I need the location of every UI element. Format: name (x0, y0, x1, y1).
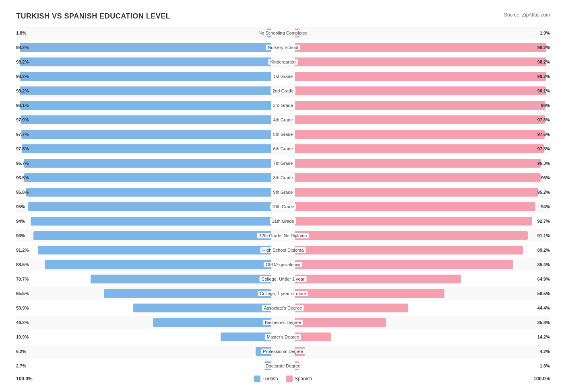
turkish-value: 97.7% (16, 132, 29, 137)
turkish-bar (33, 231, 272, 240)
right-section: 58.5% (294, 287, 550, 300)
turkish-value: 91.2% (16, 248, 29, 252)
right-section: 91.1% (294, 229, 550, 242)
spanish-value: 89.2% (537, 248, 550, 252)
spanish-value: 4.2% (540, 349, 550, 354)
right-section: 97.3% (294, 142, 550, 155)
right-section: 35.8% (294, 316, 550, 329)
spanish-bar (295, 43, 546, 52)
left-section: 53.9% (16, 302, 272, 314)
bar-row: 1.8%No Schooling Completed1.9% (16, 27, 550, 39)
turkish-bar (91, 275, 272, 283)
left-section: 98.2% (16, 84, 272, 97)
left-section: 94% (16, 215, 272, 228)
turkish-value: 95% (16, 204, 25, 209)
left-section: 98.1% (16, 99, 272, 112)
right-section: 44.4% (294, 302, 550, 314)
turkish-bar (20, 43, 271, 52)
left-section: 1.8% (16, 27, 272, 39)
spanish-bar (295, 217, 532, 226)
spanish-bar (295, 318, 386, 327)
right-section: 85.4% (294, 258, 550, 271)
bar-row: 97.9%4th Grade97.8% (16, 113, 550, 126)
left-section: 95% (16, 200, 272, 213)
right-section: 97.6% (294, 128, 550, 141)
left-section: 88.5% (16, 258, 272, 271)
turkish-value: 53.9% (16, 306, 29, 310)
bar-row: 95%10th Grade94% (16, 200, 550, 213)
spanish-value: 94% (541, 204, 550, 209)
turkish-value: 88.5% (16, 262, 29, 267)
turkish-bar (31, 217, 271, 226)
spanish-value: 97.3% (537, 146, 550, 151)
left-section: 97.7% (16, 128, 272, 141)
turkish-bar (28, 202, 272, 211)
spanish-value: 58.5% (537, 291, 550, 296)
bar-row: 96.7%7th Grade96.3% (16, 157, 550, 170)
left-section: 19.9% (16, 330, 272, 343)
left-section: 93% (16, 229, 272, 242)
spanish-bar (295, 101, 546, 110)
spanish-value: 96% (541, 175, 550, 180)
right-section: 96.3% (294, 157, 550, 170)
turkish-bar (133, 304, 271, 312)
left-section: 96.5% (16, 171, 272, 184)
spanish-value: 44.4% (537, 306, 550, 310)
bar-row: 98.1%3rd Grade98% (16, 99, 550, 112)
turkish-bar (20, 86, 271, 95)
turkish-bar (24, 173, 271, 182)
bottom-row: 100.0% Turkish Spanish 100.0% (16, 376, 550, 382)
right-section: 97.8% (294, 113, 550, 126)
turkish-value: 6.2% (16, 349, 26, 354)
spanish-value: 97.6% (537, 132, 550, 137)
turkish-value: 98.2% (16, 60, 29, 64)
turkish-value: 19.9% (16, 335, 29, 339)
left-section: 98.2% (16, 55, 272, 68)
spanish-value: 96.3% (537, 161, 550, 166)
left-section: 2.7% (16, 359, 272, 372)
turkish-value: 97.9% (16, 117, 29, 122)
spanish-bar (295, 57, 546, 66)
source-label: Source: ZipAtlas.com (504, 12, 550, 18)
right-section: 98.2% (294, 70, 550, 83)
spanish-bar (295, 130, 545, 139)
spanish-value: 14.2% (537, 335, 550, 339)
right-section: 1.9% (294, 27, 550, 39)
spanish-value: 64.9% (537, 277, 550, 281)
spanish-bar (295, 72, 546, 81)
bar-row: 46.2%Bachelor's Degree35.8% (16, 316, 550, 329)
bar-row: 98.2%1st Grade98.2% (16, 70, 550, 83)
bar-row: 97.5%6th Grade97.3% (16, 142, 550, 155)
spanish-bar (295, 144, 544, 153)
turkish-value: 98.2% (16, 45, 29, 50)
chart-container: TURKISH VS SPANISH EDUCATION LEVEL Sourc… (8, 8, 558, 386)
turkish-bar (20, 101, 271, 110)
spanish-bar (295, 231, 528, 240)
turkish-value: 96.5% (16, 175, 29, 180)
bar-row: 96.5%8th Grade96% (16, 171, 550, 184)
legend-spanish-label: Spanish (295, 376, 312, 382)
spanish-value: 98.2% (537, 60, 550, 64)
spanish-bar (295, 246, 523, 254)
turkish-value: 94% (16, 219, 25, 224)
right-section: 95.2% (294, 186, 550, 199)
spanish-value: 97.8% (537, 117, 550, 122)
right-section: 14.2% (294, 330, 550, 343)
turkish-bar (104, 289, 272, 298)
spanish-bar (295, 275, 461, 283)
left-section: 95.8% (16, 186, 272, 199)
left-section: 97.9% (16, 113, 272, 126)
legend-spanish: Spanish (286, 376, 312, 382)
left-section: 98.2% (16, 70, 272, 83)
right-section: 92.7% (294, 215, 550, 228)
spanish-value: 98.2% (537, 74, 550, 79)
turkish-value: 98.2% (16, 74, 29, 79)
right-section: 98.2% (294, 55, 550, 68)
bar-row: 98.2%2nd Grade98.1% (16, 84, 550, 97)
turkish-bar (24, 159, 271, 168)
left-section: 6.2% (16, 345, 272, 358)
right-section: 1.8% (294, 359, 550, 372)
turkish-value: 1.8% (16, 31, 26, 35)
spanish-bar (295, 159, 541, 168)
left-section: 98.2% (16, 41, 272, 54)
